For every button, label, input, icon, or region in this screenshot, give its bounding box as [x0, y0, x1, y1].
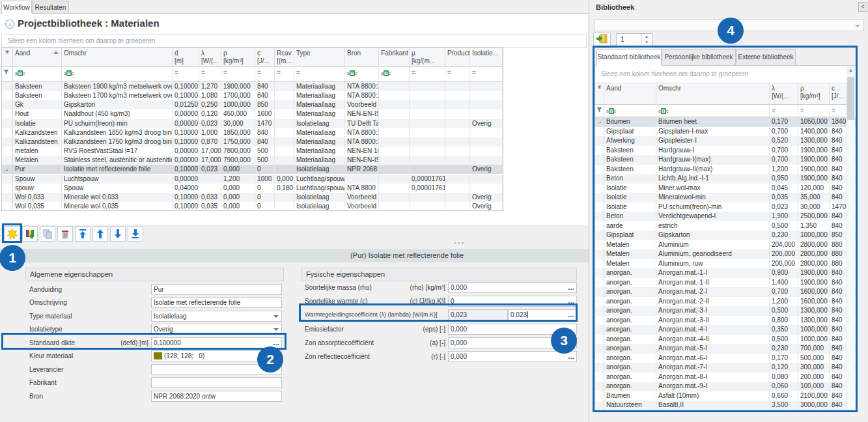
cell — [275, 109, 294, 119]
move-first-button[interactable] — [75, 226, 91, 242]
materials-row[interactable]: →PurIsolatie met reflecterende folie0,10… — [2, 165, 503, 174]
workspace-tabbar: Workflow Resultaten — [0, 0, 588, 14]
cell: 0,000 — [221, 202, 255, 211]
filter-cell[interactable]: = — [294, 67, 345, 82]
library-panel-title: Bibliotheek — [596, 3, 634, 11]
arrow-down-icon — [113, 232, 123, 240]
filter-cell[interactable]: = — [470, 67, 503, 82]
column-header-type[interactable]: Type — [294, 48, 345, 67]
filter-cell[interactable]: = — [173, 67, 199, 82]
cell — [470, 137, 503, 147]
ellipsis-button[interactable]: … — [568, 283, 574, 292]
field-soortelijke-massa-rho-[interactable]: 0,000… — [448, 282, 577, 293]
cell — [275, 165, 294, 174]
column-header-[interactable]: ρ[kg/m³] — [221, 48, 255, 67]
tab-workflow[interactable]: Workflow — [1, 1, 32, 14]
cell — [445, 100, 470, 109]
materials-row[interactable]: IsolatiePU schuim(freon)-min0,000000,023… — [2, 119, 503, 128]
materials-row[interactable]: KalkzandsteenKalkzandsteen 1750 kg/m3 dr… — [2, 137, 503, 147]
cell: Isolatielaag — [294, 202, 345, 211]
materials-row[interactable]: SpouwLuchtspouw0,000001,20010000,000Luch… — [2, 175, 503, 184]
materials-row[interactable]: KalkzandsteenKalkzandsteen 1850 kg/m3 dr… — [2, 128, 503, 137]
column-header-isolatie[interactable]: Isolatie... — [470, 48, 503, 67]
filter-cell[interactable]: = — [199, 67, 221, 82]
column-header-aand[interactable]: Aand — [13, 48, 62, 67]
cell: 1470 — [255, 119, 275, 128]
arrow-bottom-icon — [130, 232, 141, 240]
row-indicator — [2, 100, 13, 109]
materials-row[interactable]: Wol 0,035Minerale wol 0,0350,100000,0350… — [2, 202, 503, 211]
column-header-[interactable]: λ[W/(... — [199, 48, 221, 67]
row-indicator — [2, 147, 13, 156]
ellipsis-button[interactable]: … — [568, 352, 574, 361]
filter-cell[interactable]: = — [255, 67, 275, 82]
filter-cell[interactable]: aBc — [379, 67, 410, 82]
materials-row[interactable]: GkGipskarton0,012500,2501000,000850Mater… — [2, 100, 503, 109]
field-omschrijving[interactable]: Isolatie met reflecterende folie — [151, 297, 282, 308]
materials-row[interactable]: HoutNaaldhout (450 kg/m3)0,000000,120450… — [2, 109, 503, 119]
field-label: Omschrijving — [29, 297, 67, 308]
move-up-button[interactable] — [92, 226, 108, 242]
delete-button[interactable] — [57, 226, 73, 242]
arrow-up-icon — [95, 232, 105, 240]
general-group-header: Algemene eigenschappen — [25, 268, 284, 281]
filter-cell[interactable]: = — [221, 67, 255, 82]
materials-row[interactable]: BaksteenBaksteen 1700 kg/m3 metselwerk o… — [2, 91, 503, 100]
cell: 0,000 — [221, 165, 255, 174]
materials-row[interactable]: MetalenStainless steel, austenitic or au… — [2, 156, 503, 165]
field-fabrikant[interactable] — [151, 377, 282, 388]
column-header-[interactable]: µ[kg/(m... — [410, 48, 445, 67]
filter-cell[interactable]: = — [275, 67, 294, 82]
cell — [379, 202, 410, 211]
field-bron[interactable]: NPR 2068:2020 ontw — [151, 391, 282, 402]
column-header-bron[interactable]: Bron — [345, 48, 379, 67]
add-from-library-button[interactable] — [22, 226, 38, 242]
column-header-rcav[interactable]: Rcav[(m... — [275, 48, 294, 67]
cell: 0,10000 — [173, 202, 199, 211]
main-group-by-bar[interactable]: Sleep een kolom hierheen om daarop te gr… — [1, 34, 587, 48]
splitter-handle[interactable]: ··· — [454, 238, 466, 247]
column-header-omschr[interactable]: Omschr — [62, 48, 173, 67]
filter-cell[interactable]: = — [410, 67, 445, 82]
copy-button[interactable] — [40, 226, 55, 242]
filter-cell[interactable]: aBc — [13, 67, 62, 82]
filter-cell[interactable]: = — [445, 67, 470, 82]
filter-cell[interactable]: aBc — [345, 67, 379, 82]
column-header-product[interactable]: Product — [445, 48, 470, 67]
cell — [379, 175, 410, 184]
cell: 0,023 — [199, 165, 221, 174]
tab-resultaten[interactable]: Resultaten — [32, 1, 69, 14]
field-label: Kleur materiaal — [29, 350, 73, 361]
cell: Naaldhout (450 kg/m3) — [62, 109, 173, 119]
materials-row[interactable]: BaksteenBaksteen 1900 kg/m3 metselwerk o… — [2, 82, 503, 91]
field-type-materiaal[interactable]: Isolatielaag — [151, 311, 282, 322]
field-label: Leverancier — [29, 364, 63, 375]
step-down-icon[interactable]: ▼ — [642, 40, 651, 46]
column-header-fabrikant[interactable]: Fabrikant — [379, 48, 410, 67]
callout-2: 2 — [257, 346, 283, 373]
move-last-button[interactable] — [128, 226, 143, 242]
field-zon-reflectieco-ffici-nt[interactable]: 0,000… — [448, 351, 577, 362]
page-title: Projectbibliotheek : Materialen — [18, 18, 160, 29]
cell: Kalkzandsteen 1750 kg/m3 droog binnenn — [62, 137, 173, 147]
cell — [445, 156, 470, 165]
physical-group-header: Fysische eigenschappen — [301, 268, 577, 281]
field-label: Bron — [29, 391, 43, 402]
callout-rect-standaard-dikte — [1, 333, 287, 350]
column-header-c[interactable]: c[J/... — [255, 48, 275, 67]
materials-row[interactable]: metalenRVS RoestVastStaal l=170,0000017,… — [2, 147, 503, 156]
cell: 0,180 — [275, 184, 294, 193]
materials-row[interactable]: Wol 0,033Minerale wol 0,0330,100000,0330… — [2, 193, 503, 202]
quantity-stepper[interactable]: 1 ▲▼ — [616, 33, 652, 47]
cell: Baksteen 1900 kg/m3 metselwerk overige — [62, 82, 173, 91]
materials-row[interactable]: spouwSpouw0,040000,00000,180Luchtlaag/sp… — [2, 184, 503, 193]
cell: Overig — [470, 165, 503, 174]
collapse-panel-button[interactable]: < — [858, 2, 867, 12]
step-up-icon[interactable]: ▲ — [642, 34, 651, 40]
cell — [470, 82, 503, 91]
field-aanduiding[interactable]: Pur — [151, 284, 282, 295]
move-down-button[interactable] — [110, 226, 126, 242]
filter-cell[interactable]: aBc — [62, 67, 173, 82]
stepper-arrows[interactable]: ▲▼ — [641, 34, 651, 46]
column-header-d[interactable]: d[m] — [173, 48, 199, 67]
